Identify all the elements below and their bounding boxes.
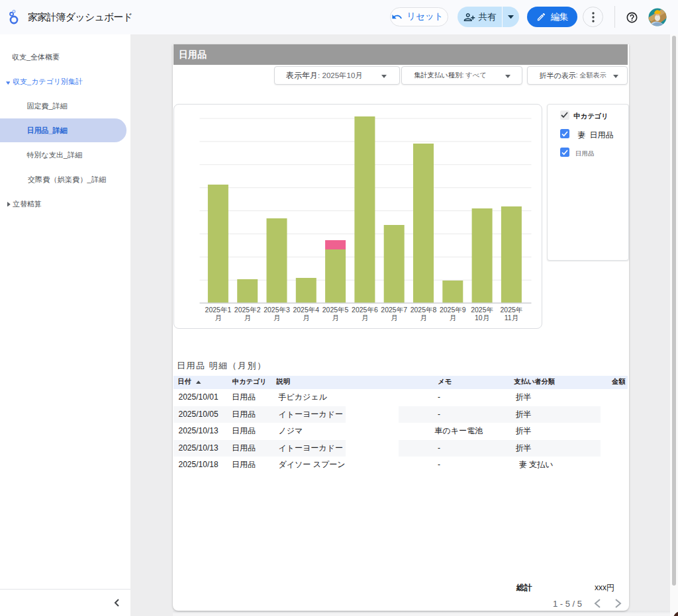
svg-text:2025年1: 2025年1 (205, 306, 231, 314)
svg-text:2025年8: 2025年8 (410, 306, 436, 314)
svg-text:2025年3: 2025年3 (264, 306, 290, 314)
svg-text:2025年7: 2025年7 (381, 306, 407, 314)
svg-text:月: 月 (361, 314, 368, 322)
svg-text:2025年6: 2025年6 (352, 306, 378, 314)
svg-text:月: 月 (303, 314, 310, 322)
svg-text:月: 月 (390, 314, 397, 322)
svg-text:2025年9: 2025年9 (439, 306, 465, 314)
svg-text:11月: 11月 (504, 314, 518, 322)
svg-text:2025年: 2025年 (500, 306, 522, 314)
svg-text:2025年5: 2025年5 (322, 306, 348, 314)
svg-text:10月: 10月 (475, 314, 489, 322)
svg-text:2025年: 2025年 (471, 306, 493, 314)
svg-text:2025年4: 2025年4 (293, 306, 319, 314)
svg-text:月: 月 (420, 314, 427, 322)
svg-text:月: 月 (332, 314, 339, 322)
svg-text:2025年2: 2025年2 (234, 306, 260, 314)
svg-text:月: 月 (273, 314, 280, 322)
svg-text:月: 月 (449, 314, 456, 322)
svg-text:月: 月 (215, 314, 222, 322)
svg-text:月: 月 (244, 314, 251, 322)
